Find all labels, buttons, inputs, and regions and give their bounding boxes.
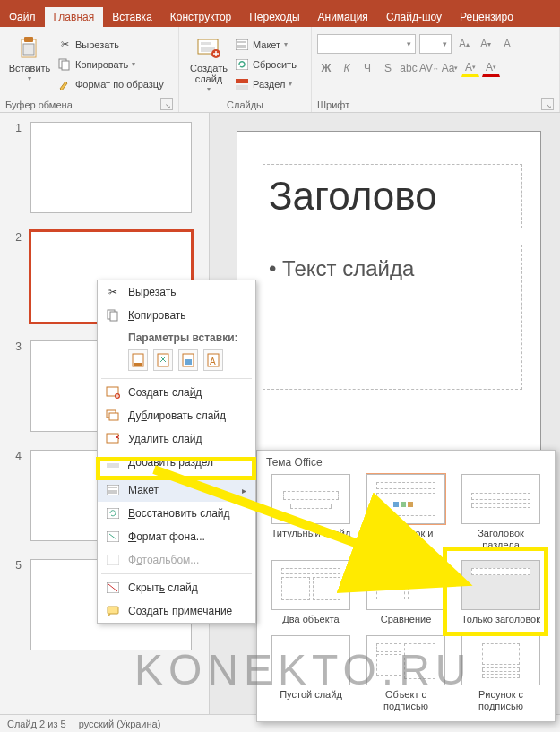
bold-button[interactable]: Ж: [317, 59, 335, 77]
ctx-layout[interactable]: Макет ▸: [98, 478, 255, 502]
clear-formatting-button[interactable]: A: [498, 35, 516, 53]
tab-animations[interactable]: Анимация: [309, 7, 377, 27]
submenu-arrow-icon: ▸: [242, 486, 246, 495]
paste-option-source[interactable]: [153, 349, 173, 371]
delete-slide-icon: [105, 432, 121, 446]
duplicate-icon: [105, 409, 121, 423]
tab-review[interactable]: Рецензиро: [451, 7, 522, 27]
paste-option-text[interactable]: A: [203, 349, 223, 371]
font-highlight-button[interactable]: A▾: [461, 59, 479, 77]
ctx-paste-options-label: Параметры вставки:: [98, 327, 255, 346]
comment-icon: [105, 604, 121, 618]
ctx-reset-slide[interactable]: Восстановить слайд: [98, 502, 255, 525]
ctx-cut[interactable]: ✂ Вырезать: [98, 280, 255, 304]
hide-slide-icon: [105, 581, 121, 595]
ctx-add-section[interactable]: Добавить раздел: [98, 451, 255, 474]
svg-rect-19: [158, 354, 168, 366]
cut-button[interactable]: ✂ Вырезать: [57, 36, 164, 54]
tab-design[interactable]: Конструктор: [161, 7, 240, 27]
ctx-photo-album: Фотоальбом...: [98, 548, 255, 572]
reset-icon: [105, 506, 121, 521]
tab-slideshow[interactable]: Слайд-шоу: [377, 7, 451, 27]
layout-title-content[interactable]: Заголовок и объект: [361, 472, 451, 553]
thumbnail[interactable]: [30, 122, 192, 213]
svg-rect-4: [62, 61, 69, 70]
layout-title-only[interactable]: Только заголовок: [456, 558, 546, 627]
copy-icon: [57, 57, 72, 72]
format-painter-button[interactable]: Формат по образцу: [57, 75, 164, 93]
slide-title-placeholder[interactable]: Заголово: [263, 164, 522, 228]
layout-section-header[interactable]: Заголовок раздела: [456, 472, 546, 553]
section-dropdown[interactable]: Раздел ▾: [235, 75, 297, 93]
font-launcher[interactable]: [541, 98, 554, 110]
svg-text:A: A: [210, 357, 216, 366]
font-color-button[interactable]: A▾: [482, 59, 500, 77]
ctx-duplicate-slide[interactable]: Дублировать слайд: [98, 404, 255, 427]
svg-rect-6: [201, 42, 211, 45]
ctx-delete-slide[interactable]: Удалить слайд: [98, 427, 255, 451]
slide-body-placeholder[interactable]: • Текст слайда: [263, 245, 522, 390]
svg-rect-36: [107, 555, 119, 565]
paste-button[interactable]: Вставить ▾: [5, 30, 54, 98]
strikethrough-button[interactable]: S: [379, 59, 397, 77]
reset-icon: [235, 57, 249, 72]
thumbnail-row[interactable]: 1: [11, 122, 198, 213]
thumbnail-number: 1: [11, 122, 22, 213]
layout-picture-caption[interactable]: Рисунок с подписью: [456, 633, 546, 714]
ctx-new-slide[interactable]: Создать слайд: [98, 381, 255, 404]
tab-transitions[interactable]: Переходы: [240, 7, 308, 27]
increase-font-button[interactable]: A▴: [455, 35, 473, 53]
svg-rect-21: [185, 359, 192, 365]
svg-rect-16: [110, 312, 117, 321]
svg-rect-27: [109, 413, 118, 420]
layout-dropdown[interactable]: Макет ▾: [235, 36, 297, 54]
italic-button[interactable]: К: [338, 59, 356, 77]
layout-two-content[interactable]: Два объекта: [266, 558, 356, 627]
svg-rect-39: [393, 502, 399, 507]
copy-button[interactable]: Копировать ▾: [57, 56, 164, 73]
shadow-button[interactable]: abc: [400, 59, 418, 77]
clipboard-launcher[interactable]: [160, 98, 173, 110]
tab-file[interactable]: Файл: [0, 7, 45, 27]
reset-button[interactable]: Сбросить: [235, 56, 297, 73]
char-spacing-button[interactable]: AV↔: [420, 59, 438, 77]
ctx-paste-options: A: [98, 346, 255, 376]
ctx-new-comment[interactable]: Создать примечание: [98, 599, 255, 623]
font-name-combo[interactable]: [317, 34, 416, 54]
font-size-combo[interactable]: [419, 34, 452, 54]
change-case-button[interactable]: Aa▾: [441, 59, 459, 77]
svg-rect-12: [236, 59, 248, 70]
ctx-hide-slide[interactable]: Скрыть слайд: [98, 576, 255, 599]
layout-title-slide[interactable]: Титульный слайд: [266, 472, 356, 553]
layout-flyout: Тема Office Титульный слайд Заголовок и …: [256, 450, 556, 722]
layout-icon: [235, 38, 249, 52]
tab-insert[interactable]: Вставка: [103, 7, 161, 27]
new-slide-button[interactable]: Создать слайд ▾: [185, 30, 233, 98]
status-slide-counter: Слайд 2 из 5: [7, 719, 66, 729]
clipboard-group-label: Буфер обмена: [5, 98, 73, 110]
decrease-font-button[interactable]: A▾: [477, 35, 495, 53]
new-slide-label: Создать слайд: [190, 63, 228, 84]
flyout-theme-label: Тема Office: [257, 451, 555, 472]
svg-rect-29: [107, 457, 119, 461]
slides-group-label: Слайды: [227, 98, 263, 110]
svg-rect-30: [107, 463, 119, 468]
paste-option-picture[interactable]: [178, 349, 198, 371]
ribbon: Вставить ▾ ✂ Вырезать Копировать ▾: [0, 27, 560, 113]
tab-home[interactable]: Главная: [45, 7, 104, 27]
ctx-copy[interactable]: Копировать: [98, 304, 255, 327]
layout-content-caption[interactable]: Объект с подписью: [361, 633, 451, 714]
svg-rect-38: [108, 607, 118, 614]
thumbnail-number: 4: [11, 450, 22, 541]
group-slides: Создать слайд ▾ Макет ▾ Сбросить: [179, 27, 312, 112]
paste-option-theme[interactable]: [128, 349, 148, 371]
layout-blank[interactable]: Пустой слайд: [266, 633, 356, 714]
thumbnail-number: 2: [11, 231, 22, 323]
status-language[interactable]: русский (Украина): [79, 719, 161, 729]
svg-rect-34: [107, 508, 119, 519]
thumbnail-number: 5: [11, 559, 22, 650]
svg-rect-13: [236, 79, 248, 83]
ctx-format-background[interactable]: Формат фона...: [98, 525, 255, 548]
layout-comparison[interactable]: Сравнение: [361, 558, 451, 627]
underline-button[interactable]: Ч: [358, 59, 376, 77]
